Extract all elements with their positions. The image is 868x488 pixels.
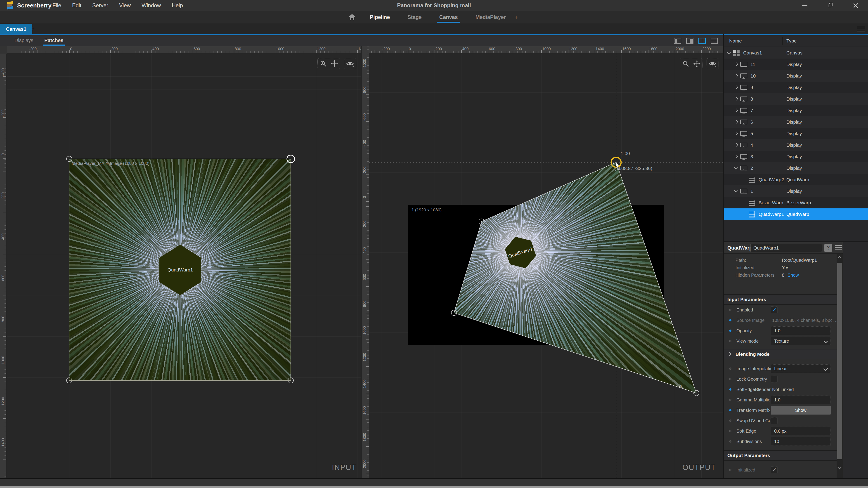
tab-canvas1[interactable]: Canvas1	[0, 24, 32, 34]
minimize-button[interactable]	[792, 0, 817, 11]
ruler-label: 1600	[622, 47, 631, 51]
chevron-icon[interactable]	[733, 62, 740, 67]
chevron-icon[interactable]	[733, 73, 740, 79]
node-type-icon	[740, 130, 747, 137]
param-checkbox[interactable]	[771, 466, 778, 473]
table-row[interactable]: 9 Display	[724, 82, 868, 93]
scroll-down-icon[interactable]	[838, 466, 841, 469]
table-row[interactable]: 5 Display	[724, 128, 868, 139]
chevron-icon[interactable]	[733, 154, 740, 160]
param-input[interactable]: 1.0	[771, 326, 831, 335]
table-row[interactable]: 8 Display	[724, 93, 868, 105]
show-matrix-button[interactable]: Show	[771, 406, 831, 415]
chevron-icon[interactable]	[733, 85, 740, 90]
column-divider[interactable]	[782, 37, 783, 45]
ruler-label: 800	[516, 47, 522, 51]
param-input[interactable]: 10	[771, 437, 831, 446]
param-select[interactable]: Texture	[771, 337, 831, 346]
close-button[interactable]	[843, 0, 868, 11]
help-icon[interactable]: ?	[824, 244, 832, 252]
scroll-up-icon[interactable]	[838, 256, 841, 260]
layout-horizontal-split-icon[interactable]	[711, 38, 718, 44]
initialized-value: Yes	[782, 265, 789, 272]
param-led-indicator	[729, 430, 732, 432]
chevron-icon[interactable]	[733, 119, 740, 125]
table-row[interactable]: 4 Display	[724, 139, 868, 151]
param-led-indicator	[729, 388, 732, 391]
hamburger-menu-icon[interactable]	[835, 245, 842, 251]
table-row[interactable]: 7 Display	[724, 105, 868, 116]
input-canvas[interactable]: MediaPlayer_MAIN.Image (1080 x 1080) Qua…	[7, 54, 361, 478]
home-icon[interactable]	[348, 13, 356, 21]
chevron-down-icon	[821, 365, 831, 373]
ruler-label: 1400	[363, 377, 367, 391]
table-row[interactable]: 10 Display	[724, 70, 868, 82]
ruler-label: 0	[409, 47, 411, 51]
param-label: Enabled	[736, 307, 771, 313]
show-hidden-link[interactable]: Show	[787, 272, 799, 280]
output-canvas[interactable]: 1 (1920 x 1080) QuadWarp1 QuadWarp1 1.00…	[369, 54, 723, 478]
chevron-icon[interactable]	[733, 131, 740, 136]
scrollbar-thumb[interactable]	[837, 263, 842, 459]
param-label: Source Image	[736, 318, 771, 323]
zoom-tool-icon[interactable]	[680, 58, 691, 69]
node-name-input[interactable]: QuadWarp1	[750, 244, 822, 252]
pan-tool-icon[interactable]	[329, 58, 340, 69]
param-checkbox[interactable]	[771, 417, 778, 424]
param-select[interactable]: Linear	[771, 364, 831, 373]
param-input[interactable]: 1.0	[771, 396, 831, 404]
ruler-label: 1400	[1, 435, 5, 449]
chevron-icon[interactable]	[733, 165, 740, 171]
param-row: Swap UV and Geometry	[724, 416, 843, 426]
section-blending-mode[interactable]: Blending Mode	[724, 349, 843, 359]
layout-vertical-split-icon[interactable]	[699, 38, 706, 44]
pan-tool-icon[interactable]	[691, 58, 702, 69]
chevron-icon[interactable]	[733, 142, 740, 148]
main-tab[interactable]: MediaPlayer	[474, 11, 507, 24]
output-viewport[interactable]: -200020040060080010001200140016001800200…	[369, 46, 723, 478]
ruler-label: 600	[1, 271, 5, 285]
table-row[interactable]: QuadWarp2 QuadWarp	[724, 174, 868, 185]
tab-patches[interactable]: Patches	[44, 37, 63, 43]
chevron-icon[interactable]	[733, 96, 740, 102]
table-row[interactable]: QuadWarp1 QuadWarp	[724, 208, 868, 220]
table-row[interactable]: 2 Display	[724, 162, 868, 174]
param-checkbox[interactable]	[771, 306, 778, 313]
table-row[interactable]: 6 Display	[724, 116, 868, 128]
table-row[interactable]: BezierWarp BezierWarp	[724, 197, 868, 208]
node-name: 2	[750, 165, 753, 171]
main-tab[interactable]: Canvas	[438, 11, 459, 24]
node-type-icon	[740, 61, 747, 68]
param-led-indicator	[729, 340, 732, 342]
table-row[interactable]: 11 Display	[724, 59, 868, 70]
layout-right-panel-icon[interactable]	[686, 38, 693, 44]
input-viewport[interactable]: -2000200400600800100012001400 -400-20002…	[0, 46, 361, 478]
table-row[interactable]: 1 Display	[724, 185, 868, 197]
visibility-eye-icon[interactable]	[707, 58, 718, 69]
section-output-parameters: Output Parameters	[724, 450, 843, 461]
chevron-icon[interactable]	[733, 188, 740, 194]
table-row[interactable]: Canvas1 Canvas	[724, 47, 868, 59]
chevron-icon[interactable]	[726, 50, 733, 56]
main-tab[interactable]: Pipeline	[369, 11, 391, 24]
main-tab[interactable]: Stage	[406, 11, 423, 24]
table-row[interactable]: 3 Display	[724, 151, 868, 162]
tab-displays[interactable]: Displays	[14, 37, 33, 43]
param-checkbox[interactable]	[771, 376, 778, 383]
restore-button[interactable]	[817, 0, 843, 11]
section-title: Input Parameters	[727, 297, 766, 302]
hamburger-menu-icon[interactable]	[857, 27, 865, 32]
layout-left-panel-icon[interactable]	[674, 38, 681, 44]
ruler-label: 800	[235, 47, 241, 51]
horizontal-scrollbar[interactable]	[0, 486, 868, 488]
visibility-eye-icon[interactable]	[344, 58, 355, 69]
scrollbar[interactable]	[837, 254, 843, 478]
node-name: 7	[750, 108, 753, 113]
node-type: Display	[786, 165, 802, 171]
zoom-tool-icon[interactable]	[318, 58, 329, 69]
add-canvas-button[interactable]: +	[31, 25, 35, 32]
param-input[interactable]: 0.0 px	[771, 427, 831, 435]
add-tab-button[interactable]: +	[515, 13, 518, 21]
chevron-icon[interactable]	[733, 107, 740, 113]
ruler-label: 400	[152, 47, 159, 51]
